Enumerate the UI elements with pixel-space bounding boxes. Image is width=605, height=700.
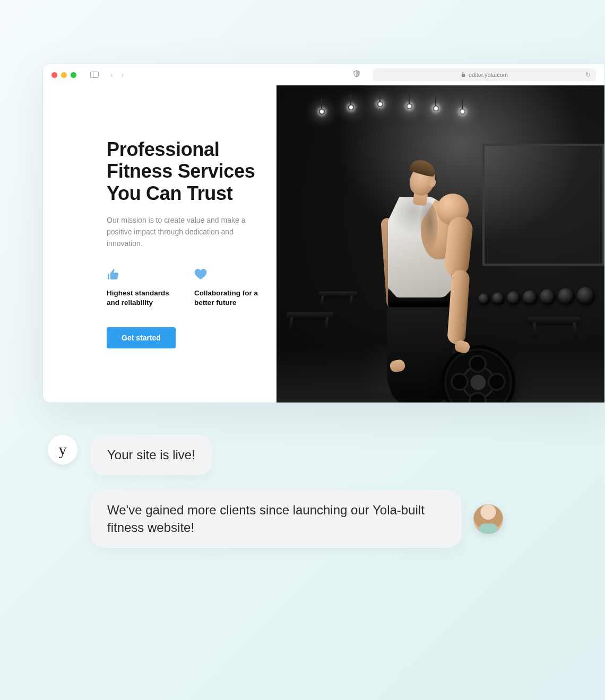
back-button-icon[interactable]: ‹ [110,71,113,79]
feature-item: Highest standards and reliability [107,268,173,308]
browser-chrome: ‹ › editor.yola.com ↻ [43,64,604,85]
nav-arrows: ‹ › [110,71,124,79]
hero-left-panel: Professional Fitness Services You Can Tr… [43,85,276,403]
browser-window: ‹ › editor.yola.com ↻ Professional Fitne… [42,64,605,403]
sidebar-toggle-icon[interactable] [90,71,99,78]
refresh-icon[interactable]: ↻ [585,71,591,78]
page-content: Professional Fitness Services You Can Tr… [43,85,604,403]
chat-row-user: We've gained more clients since launchin… [90,490,573,548]
window-controls [51,72,76,78]
thumbs-up-icon [107,268,173,282]
get-started-button[interactable]: Get started [107,327,176,348]
chat-area: y Your site is live! We've gained more c… [48,435,573,563]
maximize-window-icon[interactable] [71,72,76,78]
url-bar[interactable]: editor.yola.com ↻ [373,68,596,81]
feature-item: Collaborating for a better future [194,268,261,308]
feature-text: Highest standards and reliability [107,288,173,308]
heart-icon [194,268,261,282]
hero-image [276,85,604,403]
chat-row-system: y Your site is live! [48,435,573,475]
lock-icon [461,72,465,78]
privacy-shield-icon[interactable] [353,70,360,80]
feature-list: Highest standards and reliability Collab… [107,268,261,308]
close-window-icon[interactable] [51,72,57,78]
system-avatar: y [48,435,77,465]
svg-rect-2 [462,74,465,77]
forward-button-icon[interactable]: › [122,71,124,79]
user-avatar [473,504,503,534]
minimize-window-icon[interactable] [61,72,67,78]
svg-rect-0 [91,72,99,78]
hero-subtitle: Our mission is to create value and make … [107,215,261,249]
chat-bubble-user: We've gained more clients since launchin… [90,490,462,548]
hero-title: Professional Fitness Services You Can Tr… [107,138,261,204]
url-text: editor.yola.com [469,72,508,78]
feature-text: Collaborating for a better future [194,288,261,308]
chat-bubble-system: Your site is live! [90,435,212,475]
